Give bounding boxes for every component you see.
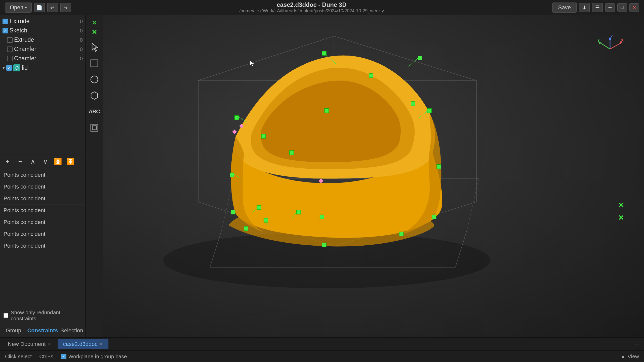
open-label: Open (10, 4, 23, 11)
tree-item-lid[interactable]: ▾ ⬡ lid (0, 63, 85, 73)
shortcut-label: Ctrl+s (39, 353, 53, 359)
view-close-mark-2[interactable]: ✕ (618, 214, 624, 222)
file-path: /home/alex/Work/LA/librearts/content/pos… (71, 8, 552, 14)
svg-rect-18 (432, 215, 436, 219)
titlebar-right: Save ⬇ ☰ ─ □ ✕ (552, 3, 639, 13)
tab-case2-close-icon[interactable]: ✕ (99, 341, 103, 347)
extrude-child-num: 0 (80, 37, 83, 43)
svg-rect-27 (411, 102, 415, 106)
extrude-top-label: Extrude (10, 18, 78, 25)
open-chevron-icon: ▾ (25, 5, 27, 10)
workplane-item: ✓ Workplane in group base (61, 353, 127, 359)
workplane-checkbox[interactable]: ✓ (61, 354, 66, 359)
constraint-item[interactable]: Points coincident (0, 216, 85, 228)
tab-case2[interactable]: case2.d3ddoc ✕ (58, 339, 108, 349)
download-button[interactable]: ⬇ (579, 3, 590, 12)
svg-rect-22 (325, 109, 329, 113)
constraint-item[interactable]: Points coincident (0, 205, 85, 216)
chamfer2-checkbox[interactable] (7, 56, 13, 61)
add-item-button[interactable]: + (3, 157, 12, 166)
remove-item-button[interactable]: − (16, 157, 25, 166)
tab-new-document[interactable]: New Document ✕ (3, 339, 57, 349)
select-tool-icon[interactable] (87, 40, 101, 54)
chamfer2-num: 0 (80, 56, 83, 62)
save-button[interactable]: Save (552, 3, 577, 13)
move-down-button[interactable]: ∨ (41, 157, 50, 166)
tree-item-chamfer2[interactable]: Chamfer 0 (0, 54, 85, 63)
svg-text:Y: Y (597, 38, 600, 42)
tree-item-extrude-child[interactable]: Extrude 0 (0, 35, 85, 44)
constraint-item[interactable]: Points coincident (0, 228, 85, 240)
circle-tool-icon[interactable] (87, 72, 101, 86)
extrude-checkbox[interactable] (3, 19, 8, 24)
constraint-item[interactable]: Points coincident (0, 181, 85, 193)
close-mark-top[interactable]: ✕ (92, 19, 97, 27)
redo-button[interactable]: ↪ (60, 3, 71, 12)
tree-toolbar: + − ∧ ∨ ⏫ ⏬ (0, 155, 85, 168)
chamfer1-label: Chamfer (14, 46, 78, 53)
svg-rect-28 (261, 134, 266, 139)
tab-group[interactable]: Group (0, 324, 27, 337)
svg-rect-16 (437, 165, 441, 169)
tree-item-sketch[interactable]: Sketch 0 (0, 26, 85, 35)
svg-rect-30 (264, 218, 268, 222)
open-button[interactable]: Open ▾ (5, 3, 32, 13)
svg-rect-26 (369, 73, 373, 78)
status-right: ▲ View (620, 353, 639, 359)
sketch-checkbox[interactable] (3, 28, 8, 33)
frame-tool-icon[interactable] (87, 121, 101, 135)
constraint-item[interactable]: Points coincident (0, 169, 85, 181)
extrude-child-checkbox[interactable] (7, 37, 13, 43)
svg-rect-21 (244, 227, 248, 231)
close-button[interactable]: ✕ (629, 3, 639, 12)
extrude-top-num: 0 (80, 18, 83, 24)
left-panel-tabs: Group Constraints Selection (0, 324, 85, 337)
lid-expand-icon[interactable]: ▾ (3, 65, 5, 71)
move-top-button[interactable]: ⏫ (53, 157, 62, 166)
status-bar: Click select Ctrl+s ✓ Workplane in group… (0, 350, 644, 362)
view-close-mark-1[interactable]: ✕ (618, 201, 624, 209)
menu-button[interactable]: ☰ (592, 3, 603, 12)
svg-line-45 (600, 43, 610, 49)
minimize-button[interactable]: ─ (605, 3, 615, 12)
workplane-label: Workplane in group base (68, 353, 127, 359)
titlebar-center: case2.d3ddoc - Dune 3D /home/alex/Work/L… (71, 1, 552, 14)
view-3d[interactable]: Z Y X ✕ ✕ (103, 15, 644, 337)
chamfer2-label: Chamfer (14, 55, 78, 62)
svg-line-48 (610, 43, 621, 49)
tree-item-extrude-top[interactable]: Extrude 0 (0, 17, 85, 26)
left-panel: Extrude 0 Sketch 0 Extrude 0 Chamfer 0 (0, 15, 86, 337)
tree-item-chamfer1[interactable]: Chamfer 0 (0, 44, 85, 54)
svg-marker-32 (232, 129, 237, 134)
view-arrow-icon: ▲ (620, 353, 626, 359)
svg-marker-33 (319, 178, 324, 183)
svg-rect-11 (322, 51, 327, 56)
svg-rect-29 (257, 205, 261, 210)
constraint-item[interactable]: Points coincident (0, 240, 85, 252)
svg-point-1 (91, 76, 98, 83)
maximize-button[interactable]: □ (617, 3, 627, 12)
polygon-tool-icon[interactable] (87, 88, 101, 103)
lid-label: lid (22, 65, 83, 71)
extrude-child-label: Extrude (14, 36, 78, 43)
rectangle-tool-icon[interactable] (87, 56, 101, 70)
titlebar-left: Open ▾ 📄 ↩ ↪ (5, 3, 71, 13)
svg-rect-20 (399, 232, 404, 236)
svg-rect-24 (296, 210, 301, 214)
lid-checkbox[interactable] (6, 65, 12, 71)
new-document-icon-btn[interactable]: 📄 (34, 3, 45, 12)
tab-new-document-close-icon[interactable]: ✕ (48, 341, 51, 347)
chamfer1-checkbox[interactable] (7, 47, 13, 52)
tab-bar: New Document ✕ case2.d3ddoc ✕ + (0, 337, 644, 350)
show-redundant-checkbox[interactable] (4, 313, 8, 318)
constraint-item[interactable]: Points coincident (0, 193, 85, 205)
svg-rect-12 (418, 56, 422, 60)
move-up-button[interactable]: ∧ (28, 157, 37, 166)
tab-constraints[interactable]: Constraints (27, 324, 58, 337)
tab-selection[interactable]: Selection (58, 324, 85, 337)
close-mark-bottom[interactable]: ✕ (92, 28, 97, 36)
text-tool-icon[interactable]: ABC (87, 105, 101, 119)
add-tab-button[interactable]: + (632, 340, 641, 349)
move-bottom-button[interactable]: ⏬ (66, 157, 75, 166)
undo-button[interactable]: ↩ (47, 3, 58, 12)
